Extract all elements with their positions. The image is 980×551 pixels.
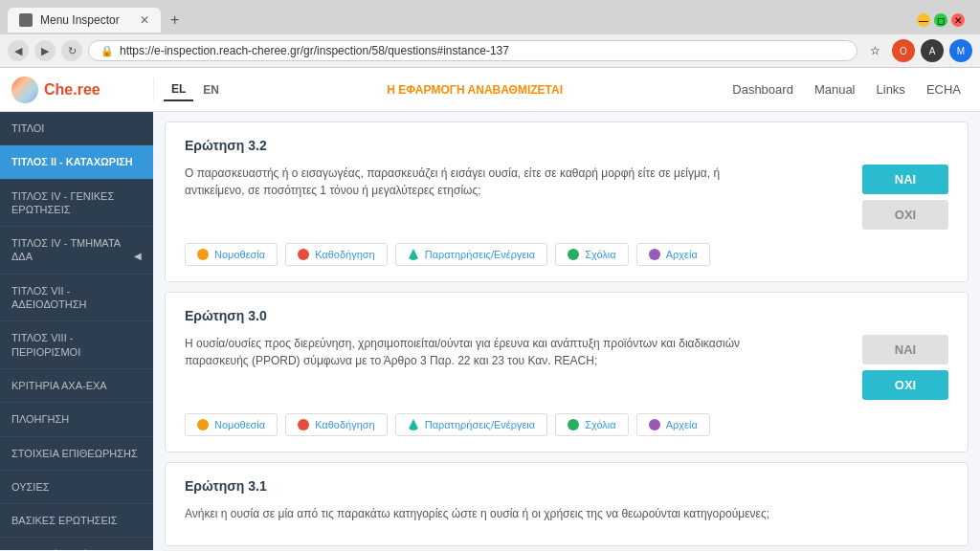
question-3-0-no-button[interactable]: ΟΧΙ: [862, 370, 948, 400]
dot-orange-2: [197, 419, 209, 430]
question-text-3-2: Ο παρασκευαστής ή ο εισαγωγέας, παρασκευ…: [185, 165, 767, 199]
tag-label-paratirisi-2: Παρατηρήσεις/Ενέργεια: [425, 419, 535, 430]
question-card-3-2: Ερώτηση 3.2 Ο παρασκευαστής ή ο εισαγωγέ…: [165, 121, 969, 282]
tag-label-arxeia-2: Αρχεία: [666, 419, 698, 430]
question-card-3-0: Ερώτηση 3.0 Η ουσία/ουσίες προς διερεύνη…: [165, 292, 969, 452]
window-minimize-button[interactable]: —: [917, 13, 930, 27]
sidebar-item-criteria[interactable]: ΚΡΙΤΗΡΙΑ ΑΧΑ-ΕΧΑ: [0, 369, 153, 403]
lang-el-button[interactable]: EL: [164, 78, 193, 101]
manual-link[interactable]: Manual: [805, 78, 865, 100]
tab-close-button[interactable]: ✕: [140, 13, 149, 27]
sidebar: ΤΙΤΛΟΙ ΤΙΤΛΟΣ ΙΙ - ΚΑΤΑΧΩΡΙΣΗ ΤΙΤΛΟΣ IV …: [0, 112, 153, 550]
question-title-3-0: Ερώτηση 3.0: [185, 308, 948, 323]
question-3-0-yes-button[interactable]: ΝΑΙ: [862, 335, 948, 364]
sidebar-item-titloi[interactable]: ΤΙΤΛΟΙ: [0, 112, 153, 145]
dot-teal-2: [408, 419, 419, 430]
tag-nomothesia-1[interactable]: Νομοθεσία: [185, 243, 278, 266]
browser-chrome: Menu Inspector ✕ + — ◻ ✕ ◀ ▶ ↻ 🔒 https:/…: [0, 0, 980, 68]
tab-title: Menu Inspector: [40, 13, 120, 27]
new-tab-button[interactable]: +: [161, 6, 189, 34]
tag-arxeia-2[interactable]: Αρχεία: [636, 413, 710, 436]
sidebar-item-vasikes[interactable]: ΒΑΣΙΚΕΣ ΕΡΩΤΗΣΕΙΣ: [0, 504, 153, 538]
sidebar-item-ploigisi[interactable]: ΠΛΟΗΓΗΣΗ: [0, 403, 153, 436]
tag-label-sxolia-1: Σχόλια: [585, 249, 616, 260]
dot-purple-1: [649, 249, 660, 260]
question-3-2-yes-button[interactable]: ΝΑΙ: [862, 165, 948, 194]
sidebar-item-titlos4-genikeis[interactable]: ΤΙΤΛΟΣ IV - ΓΕΝΙΚΕΣ ΕΡΩΤΗΣΕΙΣ: [0, 180, 153, 228]
tag-kathodigi-2[interactable]: Καθοδήγηση: [285, 413, 388, 436]
tag-label-kathodigi-2: Καθοδήγηση: [315, 419, 375, 430]
question-title-3-2: Ερώτηση 3.2: [185, 138, 948, 153]
tag-paratirisi-1[interactable]: Παρατηρήσεις/Ενέργεια: [395, 243, 547, 266]
dot-purple-2: [649, 419, 660, 430]
browser-tab[interactable]: Menu Inspector ✕: [8, 8, 161, 33]
dot-teal-1: [408, 249, 419, 260]
sidebar-item-titlos4-tmimata[interactable]: ΤΙΤΛΟΣ IV - ΤΜΗΜΑΤΑ ΔΔΑ: [0, 227, 153, 275]
security-lock-icon: 🔒: [100, 45, 114, 57]
tag-label-sxolia-2: Σχόλια: [585, 419, 616, 430]
tab-favicon: [19, 13, 33, 27]
back-button[interactable]: ◀: [8, 40, 29, 61]
tag-kathodigi-1[interactable]: Καθοδήγηση: [285, 243, 388, 266]
tag-sxolia-1[interactable]: Σχόλια: [555, 243, 629, 266]
tag-label-paratirisi-1: Παρατηρήσεις/Ενέργεια: [425, 249, 535, 260]
dot-green-1: [568, 249, 579, 260]
dot-red-1: [298, 249, 309, 260]
extension2-icon[interactable]: A: [921, 39, 944, 62]
dot-orange-1: [197, 249, 209, 260]
app-container: Che.ree EL EN Η ΕΦΑΡΜΟΓΗ ΑΝΑΒΑΘΜΙΖΕΤΑΙ D…: [0, 68, 980, 550]
question-card-3-1: Ερώτηση 3.1 Ανήκει η ουσία σε μία από τι…: [165, 462, 969, 546]
lang-en-button[interactable]: EN: [195, 79, 227, 100]
app-status-message: Η ΕΦΑΡΜΟΓΗ ΑΝΑΒΑΘΜΙΖΕΤΑΙ: [236, 83, 713, 97]
links-link[interactable]: Links: [867, 78, 915, 100]
logo-area: Che.ree: [0, 77, 153, 103]
tag-label-kathodigi-1: Καθοδήγηση: [315, 249, 375, 260]
dashboard-link[interactable]: Dashboard: [723, 78, 803, 100]
main-layout: ΤΙΤΛΟΙ ΤΙΤΛΟΣ ΙΙ - ΚΑΤΑΧΩΡΙΣΗ ΤΙΤΛΟΣ IV …: [0, 112, 980, 550]
window-maximize-button[interactable]: ◻: [934, 13, 947, 27]
profile-icon[interactable]: M: [949, 39, 972, 62]
dot-green-2: [568, 419, 579, 430]
top-navigation: Che.ree EL EN Η ΕΦΑΡΜΟΓΗ ΑΝΑΒΑΘΜΙΖΕΤΑΙ D…: [0, 68, 980, 112]
question-title-3-1: Ερώτηση 3.1: [185, 478, 948, 494]
window-close-button[interactable]: ✕: [951, 13, 965, 27]
logo-icon: [11, 77, 38, 103]
sidebar-item-stoixeia[interactable]: ΣΤΟΙΧΕΙΑ ΕΠΙΘΕΩΡΗΣΗΣ: [0, 437, 153, 471]
question-text-3-0: Η ουσία/ουσίες προς διερεύνηση, χρησιμοπ…: [185, 335, 767, 369]
tag-label-arxeia-1: Αρχεία: [666, 249, 698, 260]
reload-button[interactable]: ↻: [61, 40, 82, 61]
forward-button[interactable]: ▶: [34, 40, 56, 61]
sidebar-item-ousies[interactable]: ΟΥΣΙΕΣ: [0, 471, 153, 504]
question-3-2-action-row: Νομοθεσία Καθοδήγηση Παρατηρήσεις/Ενέργε…: [185, 243, 948, 266]
question-text-3-1: Ανήκει η ουσία σε μία από τις παρακάτω κ…: [185, 505, 948, 522]
sidebar-item-eisagogi[interactable]: Εισαγωγή Αρχείων: [0, 538, 153, 550]
sidebar-item-titlos8[interactable]: ΤΙΤΛΟΣ VIII - ΠΕΡΙΟΡΙΣΜΟΙ: [0, 321, 153, 369]
logo-text: Che.ree: [44, 81, 100, 99]
sidebar-item-titlos2[interactable]: ΤΙΤΛΟΣ ΙΙ - ΚΑΤΑΧΩΡΙΣΗ: [0, 145, 153, 179]
tag-paratirisi-2[interactable]: Παρατηρήσεις/Ενέργεια: [395, 413, 547, 436]
language-switcher: EL EN: [153, 78, 236, 101]
echa-link[interactable]: ECHA: [917, 78, 970, 100]
content-area: Ερώτηση 3.2 Ο παρασκευαστής ή ο εισαγωγέ…: [153, 112, 980, 550]
dot-red-2: [298, 419, 309, 430]
question-3-0-action-row: Νομοθεσία Καθοδήγηση Παρατηρήσεις/Ενέργε…: [185, 413, 948, 436]
top-nav-links: Dashboard Manual Links ECHA: [713, 78, 980, 100]
question-3-2-no-button[interactable]: ΟΧΙ: [862, 200, 948, 230]
bookmark-icon[interactable]: ☆: [863, 39, 886, 62]
sidebar-item-titlos7[interactable]: ΤΙΤΛΟΣ VII - ΑΔΕΙΟΔΟΤΗΣΗ: [0, 275, 153, 322]
tag-label-nomothesia-1: Νομοθεσία: [214, 249, 265, 260]
tag-sxolia-2[interactable]: Σχόλια: [555, 413, 629, 436]
extension-icon[interactable]: O: [892, 39, 915, 62]
url-display[interactable]: https://e-inspection.reach-cheree.gr/gr/…: [120, 44, 509, 57]
tag-label-nomothesia-2: Νομοθεσία: [214, 419, 265, 430]
tag-nomothesia-2[interactable]: Νομοθεσία: [185, 413, 278, 436]
tag-arxeia-1[interactable]: Αρχεία: [636, 243, 710, 266]
